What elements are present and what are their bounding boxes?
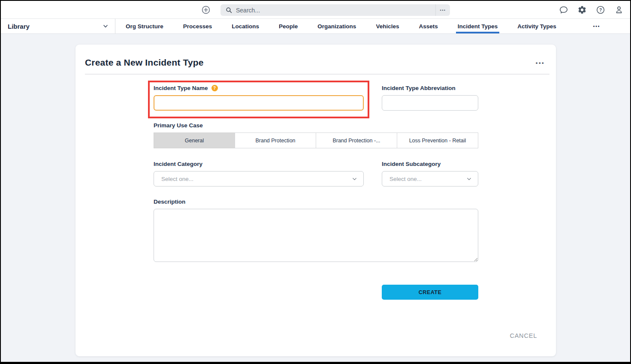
incident-type-name-input[interactable] xyxy=(154,95,364,111)
page-title: Create a New Incident Type xyxy=(85,57,204,68)
segment-brand-protection-2[interactable]: Brand Protection -... xyxy=(316,132,397,148)
chevron-down-icon xyxy=(466,176,472,182)
cancel-button[interactable]: CANCEL xyxy=(510,332,537,339)
card-more-button[interactable]: ••• xyxy=(535,58,546,68)
navbar: Library Org Structure Processes Location… xyxy=(1,19,630,34)
tab-processes[interactable]: Processes xyxy=(183,19,212,33)
search-bar[interactable]: ••• xyxy=(220,4,450,16)
description-textarea[interactable] xyxy=(154,209,478,262)
tab-org-structure[interactable]: Org Structure xyxy=(126,19,163,33)
tab-activity-types[interactable]: Activity Types xyxy=(517,19,556,33)
incident-category-select[interactable]: Select one... xyxy=(154,171,364,187)
search-icon xyxy=(225,6,232,14)
tab-vehicles[interactable]: Vehicles xyxy=(376,19,399,33)
chevron-down-icon xyxy=(351,176,358,182)
tabs-more-button[interactable]: ••• xyxy=(593,19,601,33)
nav-tabs: Org Structure Processes Locations People… xyxy=(115,19,600,33)
tab-assets[interactable]: Assets xyxy=(419,19,438,33)
app-window: ••• xyxy=(0,0,631,364)
incident-subcategory-select[interactable]: Select one... xyxy=(382,171,478,187)
tab-people[interactable]: People xyxy=(279,19,298,33)
segment-loss-prevention-retail[interactable]: Loss Prevention - Retail xyxy=(397,132,478,148)
help-circle-icon: ? xyxy=(596,5,605,15)
row-category-subcategory: Incident Category Select one... xyxy=(154,161,556,187)
primary-use-case-label: Primary Use Case xyxy=(154,122,203,129)
primary-use-case-segmented-control: General Brand Protection Brand Protectio… xyxy=(154,132,478,148)
svg-text:?: ? xyxy=(599,8,602,12)
help-badge-icon[interactable]: ? xyxy=(211,85,218,91)
chat-icon xyxy=(559,5,568,15)
description-label: Description xyxy=(154,199,185,205)
incident-category-placeholder: Select one... xyxy=(161,176,351,182)
topbar: ••• xyxy=(1,1,630,19)
chevron-down-icon xyxy=(102,23,109,30)
segment-brand-protection[interactable]: Brand Protection xyxy=(235,132,316,148)
row-name-abbreviation: Incident Type Name ? Incident Type Abbre… xyxy=(154,85,556,111)
library-label: Library xyxy=(8,23,30,30)
page-background: Create a New Incident Type ••• Incident … xyxy=(1,34,630,362)
library-dropdown[interactable]: Library xyxy=(1,19,115,33)
incident-subcategory-label: Incident Subcategory xyxy=(382,161,441,167)
plus-circle-icon xyxy=(201,5,211,15)
create-button[interactable]: CREATE xyxy=(382,285,478,300)
user-icon xyxy=(614,5,624,15)
create-form: Incident Type Name ? Incident Type Abbre… xyxy=(75,75,556,300)
add-button[interactable] xyxy=(201,5,211,15)
annotation-highlight-box: Incident Type Name ? xyxy=(148,81,369,118)
description-section: Description xyxy=(154,199,556,262)
chat-button[interactable] xyxy=(559,5,569,15)
search-more-button[interactable]: ••• xyxy=(435,4,450,16)
topbar-icon-group: ? xyxy=(559,1,624,19)
gear-icon xyxy=(577,5,587,15)
card-header: Create a New Incident Type ••• xyxy=(75,45,556,74)
incident-type-abbreviation-label: Incident Type Abbreviation xyxy=(382,85,456,91)
card-footer: CANCEL xyxy=(75,300,556,340)
segment-general[interactable]: General xyxy=(154,132,235,148)
tab-organizations[interactable]: Organizations xyxy=(317,19,356,33)
help-button[interactable]: ? xyxy=(595,5,606,15)
incident-type-abbreviation-input[interactable] xyxy=(382,95,478,111)
tab-incident-types[interactable]: Incident Types xyxy=(458,19,498,33)
tab-locations[interactable]: Locations xyxy=(232,19,259,33)
user-button[interactable] xyxy=(614,5,624,15)
incident-type-name-label: Incident Type Name xyxy=(154,85,208,91)
settings-button[interactable] xyxy=(577,5,587,15)
incident-category-label: Incident Category xyxy=(154,161,202,167)
incident-subcategory-placeholder: Select one... xyxy=(389,176,466,182)
primary-use-case-section: Primary Use Case General Brand Protectio… xyxy=(154,122,556,148)
search-input[interactable] xyxy=(236,7,435,14)
create-incident-type-card: Create a New Incident Type ••• Incident … xyxy=(75,45,556,356)
